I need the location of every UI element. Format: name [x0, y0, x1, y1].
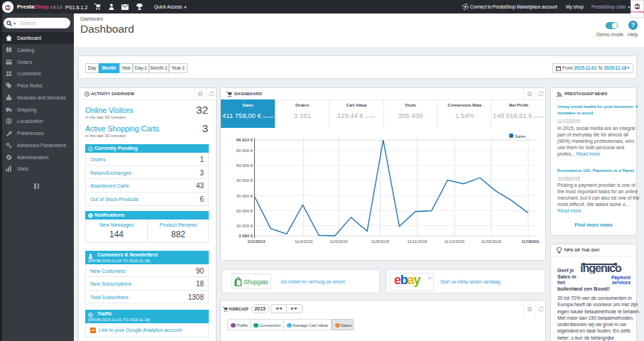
svg-text:Sales: Sales	[515, 134, 525, 139]
svg-text:40 000 €: 40 000 €	[236, 178, 253, 183]
svg-text:11/6/2015: 11/6/2015	[329, 239, 347, 244]
svg-text:10 000 €: 10 000 €	[236, 224, 253, 228]
svg-text:11/13/2015: 11/13/2015	[444, 239, 465, 244]
svg-text:11/4/2015: 11/4/2015	[295, 239, 312, 244]
svg-text:11/1/2015: 11/1/2015	[247, 239, 266, 244]
svg-text:11/8/2015: 11/8/2015	[371, 239, 389, 244]
svg-text:3 082 €: 3 082 €	[239, 234, 253, 238]
svg-text:30 000 €: 30 000 €	[236, 194, 253, 198]
svg-text:11/11/2015: 11/11/2015	[407, 239, 427, 244]
svg-text:11/15/2015: 11/15/2015	[481, 239, 502, 244]
svg-text:60 000 €: 60 000 €	[236, 148, 253, 153]
svg-text:20 000 €: 20 000 €	[236, 209, 253, 213]
svg-text:50 000 €: 50 000 €	[236, 163, 253, 168]
svg-text:66 912 €: 66 912 €	[236, 138, 253, 142]
svg-text:11/18/201: 11/18/201	[521, 239, 540, 244]
